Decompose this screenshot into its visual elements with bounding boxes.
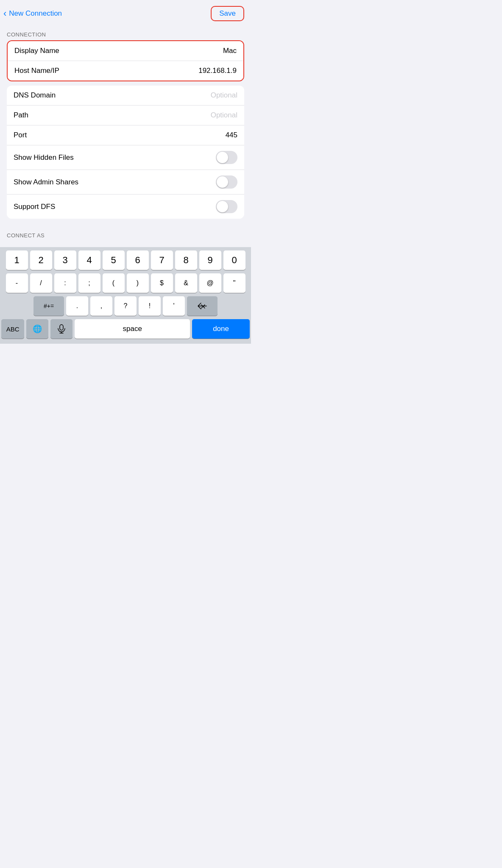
- support-dfs-row[interactable]: Support DFS: [7, 194, 244, 219]
- show-hidden-files-row[interactable]: Show Hidden Files: [7, 145, 244, 170]
- key-period[interactable]: .: [66, 296, 88, 316]
- path-label: Path: [14, 111, 28, 120]
- back-chevron-icon: ‹: [3, 9, 6, 18]
- key-8[interactable]: 8: [175, 250, 197, 270]
- key-slash[interactable]: /: [30, 273, 52, 293]
- key-dash[interactable]: -: [6, 273, 28, 293]
- key-hashtag-plus-equals[interactable]: #+=: [33, 296, 64, 316]
- display-name-label: Display Name: [14, 47, 59, 55]
- display-name-row[interactable]: Display Name Mac: [8, 41, 243, 61]
- key-abc[interactable]: ABC: [1, 319, 24, 339]
- support-dfs-label: Support DFS: [14, 203, 55, 211]
- dns-domain-row[interactable]: DNS Domain Optional: [7, 86, 244, 105]
- key-semicolon[interactable]: ;: [78, 273, 100, 293]
- key-7[interactable]: 7: [151, 250, 173, 270]
- host-name-value: 192.168.1.9: [66, 67, 237, 75]
- show-admin-shares-label: Show Admin Shares: [14, 178, 78, 186]
- key-apostrophe[interactable]: ': [163, 296, 185, 316]
- svg-rect-0: [60, 325, 63, 330]
- show-admin-shares-row[interactable]: Show Admin Shares: [7, 170, 244, 194]
- back-button[interactable]: ‹ New Connection: [3, 9, 62, 18]
- key-close-paren[interactable]: ): [127, 273, 149, 293]
- key-space[interactable]: space: [75, 319, 190, 339]
- key-6[interactable]: 6: [127, 250, 149, 270]
- show-admin-shares-toggle[interactable]: [216, 175, 237, 189]
- save-button[interactable]: Save: [211, 6, 244, 21]
- connection-fields-group: Display Name Mac Host Name/IP 192.168.1.…: [7, 40, 244, 81]
- key-dollar[interactable]: $: [151, 273, 173, 293]
- port-label: Port: [14, 131, 27, 139]
- port-value: 445: [33, 131, 237, 139]
- path-row[interactable]: Path Optional: [7, 105, 244, 125]
- show-hidden-files-label: Show Hidden Files: [14, 153, 74, 162]
- key-open-paren[interactable]: (: [103, 273, 125, 293]
- key-exclamation[interactable]: !: [139, 296, 161, 316]
- back-label: New Connection: [9, 9, 62, 18]
- key-2[interactable]: 2: [30, 250, 52, 270]
- key-backspace[interactable]: [187, 296, 218, 316]
- connect-as-section: CONNECT AS: [0, 226, 251, 241]
- key-ampersand[interactable]: &: [175, 273, 197, 293]
- keyboard: 1 2 3 4 5 6 7 8 9 0 - / : ; ( ) $ & @ " …: [0, 247, 251, 344]
- keyboard-row-symbols: - / : ; ( ) $ & @ ": [1, 273, 250, 293]
- path-value: Optional: [35, 111, 237, 120]
- display-name-value: Mac: [66, 47, 237, 55]
- key-3[interactable]: 3: [54, 250, 76, 270]
- key-quote[interactable]: ": [223, 273, 245, 293]
- host-name-label: Host Name/IP: [14, 67, 59, 75]
- key-colon[interactable]: :: [54, 273, 76, 293]
- key-question[interactable]: ?: [114, 296, 137, 316]
- key-5[interactable]: 5: [103, 250, 125, 270]
- key-1[interactable]: 1: [6, 250, 28, 270]
- support-dfs-toggle[interactable]: [216, 200, 237, 213]
- connect-as-header: CONNECT AS: [0, 226, 251, 241]
- key-at[interactable]: @: [199, 273, 221, 293]
- keyboard-row-numbers: 1 2 3 4 5 6 7 8 9 0: [1, 250, 250, 270]
- key-0[interactable]: 0: [223, 250, 245, 270]
- navigation-bar: ‹ New Connection Save: [0, 0, 251, 25]
- extra-fields-group: DNS Domain Optional Path Optional Port 4…: [7, 86, 244, 219]
- key-microphone[interactable]: [50, 319, 73, 339]
- connection-section-header: CONNECTION: [0, 25, 251, 40]
- keyboard-row-misc: #+= . , ? ! ': [1, 296, 250, 316]
- dns-domain-label: DNS Domain: [14, 91, 56, 100]
- key-4[interactable]: 4: [78, 250, 100, 270]
- key-9[interactable]: 9: [199, 250, 221, 270]
- keyboard-row-bottom: ABC 🌐 space done: [1, 319, 250, 339]
- port-row[interactable]: Port 445: [7, 125, 244, 145]
- show-hidden-files-toggle[interactable]: [216, 151, 237, 164]
- host-name-row[interactable]: Host Name/IP 192.168.1.9: [8, 61, 243, 81]
- key-done[interactable]: done: [192, 319, 250, 339]
- key-globe[interactable]: 🌐: [26, 319, 48, 339]
- dns-domain-value: Optional: [62, 91, 237, 100]
- key-comma[interactable]: ,: [90, 296, 112, 316]
